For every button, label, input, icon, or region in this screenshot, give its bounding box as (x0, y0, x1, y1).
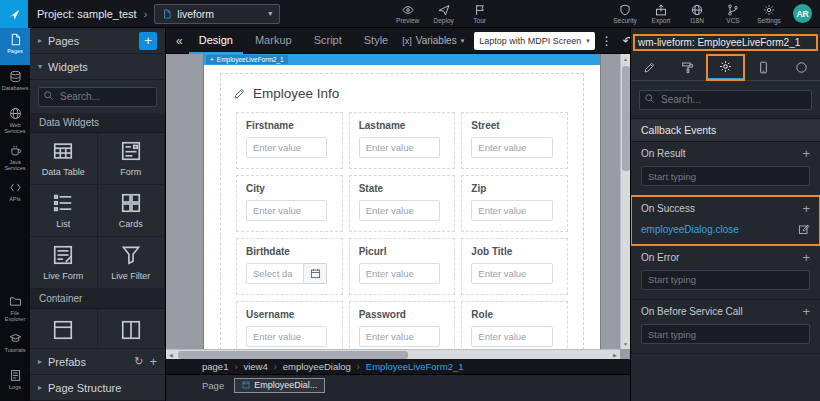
field-input[interactable] (471, 137, 552, 158)
widget-form[interactable]: Form (98, 133, 166, 185)
field-input[interactable] (471, 326, 552, 347)
tab-device[interactable] (744, 55, 782, 80)
breadcrumb-item-page1[interactable]: page1 (202, 361, 228, 372)
collapse-left-icon[interactable]: « (172, 34, 187, 48)
tab-design[interactable]: Design (189, 28, 243, 54)
rail-item-apis[interactable]: APIs (0, 176, 30, 213)
rail-item-databases[interactable]: Databases (0, 65, 30, 102)
i18n-button[interactable]: I18N (679, 4, 715, 24)
tab-styles[interactable] (669, 55, 707, 80)
selected-form-highlight[interactable]: + EmployeeLiveForm2_1 (204, 54, 600, 65)
form-field-street[interactable]: Street (461, 112, 568, 169)
add-page-button[interactable]: + (139, 32, 157, 50)
breadcrumb-item-view4[interactable]: view4 (243, 361, 267, 372)
tab-script[interactable]: Script (304, 28, 352, 54)
vertical-scrollbar[interactable]: ▲ ▼ (620, 54, 630, 349)
field-input[interactable] (359, 263, 440, 284)
export-button[interactable]: Export (643, 4, 679, 24)
date-input[interactable] (246, 263, 304, 284)
refresh-icon[interactable]: ↻ (134, 355, 143, 368)
widget-cards[interactable]: Cards (98, 185, 166, 237)
event-handler-input[interactable] (641, 270, 810, 290)
form-field-picurl[interactable]: Picurl (349, 238, 456, 295)
tab-style[interactable]: Style (354, 28, 398, 54)
form-field-role[interactable]: Role (461, 301, 568, 349)
add-action-button[interactable]: + (802, 147, 810, 160)
form-field-city[interactable]: City (236, 175, 343, 232)
form-field-username[interactable]: Username (236, 301, 343, 349)
form-field-lastname[interactable]: Lastname (349, 112, 456, 169)
field-input[interactable] (471, 263, 552, 284)
rail-item-pages[interactable]: Pages (0, 28, 30, 65)
design-canvas[interactable]: + EmployeeLiveForm2_1 Employee Info (166, 54, 630, 359)
rail-item-web-services[interactable]: Web Services (0, 102, 30, 139)
events-search-input[interactable] (639, 90, 812, 110)
form-field-firstname[interactable]: Firstname (236, 112, 343, 169)
field-input[interactable] (359, 137, 440, 158)
field-input[interactable] (246, 200, 327, 221)
form-field-state[interactable]: State (349, 175, 456, 232)
rail-item-tutorials[interactable]: Tutorials (0, 327, 30, 364)
container-widget[interactable] (30, 309, 98, 349)
live-form-container[interactable]: Employee Info Firstname Lastname (220, 73, 584, 349)
tab-markup[interactable]: Markup (245, 28, 302, 54)
breadcrumb-item-employeeliveform[interactable]: EmployeeLiveForm2_1 (366, 361, 464, 372)
rail-item-file-explorer[interactable]: File Explorer (0, 290, 30, 327)
rail-item-java-services[interactable]: Java Services (0, 139, 30, 176)
page-selector-dropdown[interactable]: liveform ▾ (154, 4, 280, 24)
scroll-up-icon[interactable]: ▲ (621, 54, 630, 64)
tour-button[interactable]: Tour (462, 4, 498, 24)
field-input[interactable] (246, 137, 327, 158)
widget-data-table[interactable]: Data Table (30, 133, 98, 185)
form-selection-tag[interactable]: + EmployeeLiveForm2_1 (206, 55, 288, 64)
horizontal-scrollbar[interactable]: ◀ ▶ (166, 349, 620, 359)
add-action-button[interactable]: + (802, 251, 810, 264)
tab-employee-dialog[interactable]: EmployeeDial... (234, 378, 325, 393)
add-action-button[interactable]: + (802, 305, 810, 318)
event-handler-input[interactable] (641, 166, 810, 186)
widget-live-filter[interactable]: Live Filter (98, 237, 166, 289)
widget-live-form[interactable]: Live Form (30, 237, 98, 289)
form-field-zip[interactable]: Zip (461, 175, 568, 232)
variables-dropdown[interactable]: [x] Variables ▾ (402, 35, 464, 46)
security-button[interactable]: Security (607, 4, 643, 24)
add-action-button[interactable]: + (802, 202, 810, 215)
edit-handler-button[interactable] (798, 223, 810, 235)
tab-state[interactable] (782, 55, 820, 80)
scrollbar-thumb[interactable] (622, 66, 630, 171)
breadcrumb-item-employeedialog[interactable]: employeeDialog (283, 361, 351, 372)
form-field-password[interactable]: Password (349, 301, 456, 349)
prefabs-panel-header[interactable]: ▸ Prefabs ↻ + (30, 349, 165, 375)
event-handler-link[interactable]: employeeDialog.close (641, 224, 739, 235)
pages-panel-header[interactable]: ▸ Pages + (30, 28, 165, 54)
widgets-panel-header[interactable]: ▾ Widgets (30, 54, 165, 80)
field-input[interactable] (359, 326, 440, 347)
field-input[interactable] (246, 326, 327, 347)
preview-button[interactable]: Preview (390, 4, 426, 24)
scrollbar-thumb[interactable] (178, 351, 408, 359)
page-structure-panel-header[interactable]: ▸ Page Structure (30, 375, 165, 401)
page-sheet[interactable]: + EmployeeLiveForm2_1 Employee Info (204, 54, 600, 349)
deploy-button[interactable]: Deploy (426, 4, 462, 24)
scroll-left-icon[interactable]: ◀ (166, 350, 176, 359)
form-field-jobtitle[interactable]: Job Title (461, 238, 568, 295)
add-prefab-button[interactable]: + (149, 354, 157, 369)
field-input[interactable] (471, 200, 552, 221)
widget-list[interactable]: List (30, 185, 98, 237)
container-widget[interactable] (98, 309, 166, 349)
settings-button[interactable]: Settings (751, 4, 787, 24)
tab-events[interactable] (707, 55, 745, 80)
rail-item-logs[interactable]: Logs (0, 364, 30, 401)
widget-search-input[interactable] (38, 87, 157, 107)
wavemaker-logo[interactable] (0, 0, 28, 28)
scroll-right-icon[interactable]: ▶ (610, 350, 620, 359)
date-picker-button[interactable] (304, 263, 327, 284)
vcs-button[interactable]: VCS (715, 4, 751, 24)
form-field-birthdate[interactable]: Birthdate (236, 238, 343, 295)
user-avatar[interactable]: AR (793, 4, 812, 23)
tab-properties[interactable] (631, 55, 669, 80)
more-options-icon[interactable]: ⋮ (597, 34, 617, 48)
device-selector[interactable]: Laptop with MDPI Screen ▾ (474, 32, 595, 50)
event-handler-input[interactable] (641, 324, 810, 344)
scroll-down-icon[interactable]: ▼ (621, 339, 630, 349)
